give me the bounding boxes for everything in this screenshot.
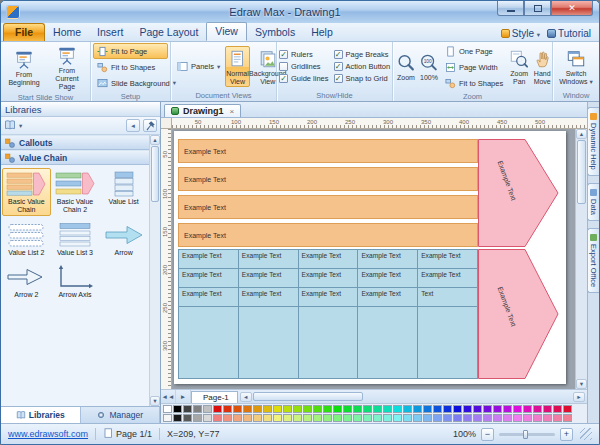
value-chain-cell-empty[interactable] (179, 307, 238, 378)
library-item-arrow[interactable]: Arrow (99, 219, 148, 259)
color-swatch[interactable] (453, 414, 462, 422)
from-beginning-button[interactable]: From Beginning (3, 47, 45, 89)
checkbox-gridlines[interactable]: Gridlines (279, 62, 329, 71)
color-swatch[interactable] (463, 414, 472, 422)
color-swatch[interactable] (263, 414, 272, 422)
color-swatch[interactable] (333, 414, 342, 422)
color-swatch[interactable] (313, 405, 322, 413)
color-swatch[interactable] (373, 405, 382, 413)
color-swatch[interactable] (403, 414, 412, 422)
color-swatch[interactable] (193, 414, 202, 422)
drawing-page[interactable]: Example TextExample TextExample TextExam… (174, 131, 566, 384)
chevron-down-icon[interactable]: ▾ (19, 122, 22, 130)
color-swatch[interactable] (443, 414, 452, 422)
edrawsoft-link[interactable]: www.edrawsoft.com (8, 429, 88, 439)
color-swatch[interactable] (163, 414, 172, 422)
value-chain-cell[interactable]: Example Text (239, 288, 298, 306)
color-swatch[interactable] (393, 405, 402, 413)
libraries-scrollbar[interactable]: ▲ ▼ (149, 135, 160, 406)
color-swatch[interactable] (553, 405, 562, 413)
normal-view-button[interactable]: Normal View (225, 46, 250, 88)
maximize-button[interactable] (524, 1, 551, 16)
color-swatch[interactable] (303, 414, 312, 422)
color-swatch[interactable] (233, 405, 242, 413)
vertical-scrollbar[interactable]: ▲ ▼ (575, 129, 587, 389)
library-section-callouts[interactable]: Callouts (1, 135, 149, 150)
color-swatch[interactable] (363, 414, 372, 422)
color-swatch[interactable] (433, 414, 442, 422)
checkbox-box[interactable]: ✓ (334, 62, 343, 71)
page-tab[interactable]: Page-1 (191, 391, 238, 403)
color-swatch[interactable] (483, 414, 492, 422)
ribbon-tab-file[interactable]: File (3, 23, 45, 41)
scroll-up-icon[interactable]: ▲ (150, 135, 160, 145)
color-swatch[interactable] (283, 414, 292, 422)
color-swatch[interactable] (173, 414, 182, 422)
scrollbar-thumb[interactable] (151, 146, 159, 202)
zoom-in-button[interactable]: + (560, 428, 573, 441)
color-swatch[interactable] (383, 414, 392, 422)
zoom-slider[interactable] (499, 433, 555, 436)
color-swatch[interactable] (243, 414, 252, 422)
color-swatch[interactable] (563, 414, 572, 422)
color-swatch[interactable] (253, 414, 262, 422)
value-chain-band[interactable]: Example Text (178, 195, 478, 219)
library-pin-icon[interactable] (143, 119, 157, 132)
one-page-button[interactable]: One Page (441, 43, 507, 59)
color-swatch[interactable] (333, 405, 342, 413)
library-item-value-list-3[interactable]: Value List 3 (51, 219, 100, 259)
color-swatch[interactable] (523, 405, 532, 413)
color-swatch[interactable] (203, 414, 212, 422)
value-chain-band[interactable]: Example Text (178, 223, 478, 247)
value-chain-band[interactable]: Example Text (178, 139, 478, 163)
color-swatch[interactable] (283, 405, 292, 413)
color-swatch[interactable] (563, 405, 572, 413)
value-chain-cell[interactable]: Example Text (418, 269, 477, 287)
value-chain-arrow-bottom[interactable] (478, 249, 560, 379)
color-swatch[interactable] (503, 405, 512, 413)
value-chain-cell[interactable]: Example Text (418, 250, 477, 268)
color-swatch[interactable] (373, 414, 382, 422)
library-section-value-chain[interactable]: Value Chain (1, 150, 149, 165)
checkbox-snap-to-grid[interactable]: ✓Snap to Grid (334, 74, 391, 83)
checkbox-box[interactable] (279, 62, 288, 71)
zoom-button[interactable]: Zoom (395, 50, 417, 84)
color-swatch[interactable] (513, 414, 522, 422)
resize-grip[interactable] (580, 428, 592, 440)
ribbon-tab-page-layout[interactable]: Page Layout (131, 24, 206, 41)
ribbon-tab-home[interactable]: Home (45, 24, 89, 41)
color-swatch[interactable] (223, 405, 232, 413)
style-button[interactable]: Style ▾ (501, 28, 540, 39)
scroll-down-icon[interactable]: ▼ (150, 396, 160, 406)
color-swatch[interactable] (473, 405, 482, 413)
library-book-icon[interactable] (4, 117, 16, 135)
color-swatch[interactable] (323, 414, 332, 422)
value-chain-band[interactable]: Example Text (178, 167, 478, 191)
color-swatch[interactable] (493, 405, 502, 413)
panel-tab-libraries[interactable]: Libraries (1, 407, 81, 423)
scroll-right-icon[interactable]: ► (573, 392, 585, 402)
value-chain-cell-empty[interactable] (418, 307, 477, 378)
value-chain-cell[interactable]: Example Text (179, 288, 238, 306)
zoom-pan-button[interactable]: Zoom Pan (508, 46, 530, 88)
value-chain-cell[interactable]: Example Text (299, 250, 358, 268)
scroll-up-icon[interactable]: ▲ (576, 129, 587, 139)
value-chain-cell[interactable]: Example Text (239, 250, 298, 268)
color-swatch[interactable] (293, 414, 302, 422)
color-swatch[interactable] (553, 414, 562, 422)
color-swatch[interactable] (513, 405, 522, 413)
color-swatch[interactable] (213, 414, 222, 422)
color-swatch[interactable] (403, 405, 412, 413)
color-swatch[interactable] (463, 405, 472, 413)
value-chain-cell[interactable]: Example Text (179, 250, 238, 268)
app-icon[interactable] (6, 5, 20, 19)
value-chain-cell[interactable]: Text (418, 288, 477, 306)
color-swatch[interactable] (413, 414, 422, 422)
page-width-button[interactable]: Page Width (441, 59, 507, 75)
panels-button[interactable]: Panels▾ (173, 59, 224, 75)
ribbon-tab-view[interactable]: View (206, 22, 247, 41)
color-swatch[interactable] (253, 405, 262, 413)
ribbon-tab-symbols[interactable]: Symbols (247, 24, 303, 41)
library-item-arrow-axis[interactable]: Arrow Axis (51, 261, 100, 301)
value-chain-cell-empty[interactable] (239, 307, 298, 378)
